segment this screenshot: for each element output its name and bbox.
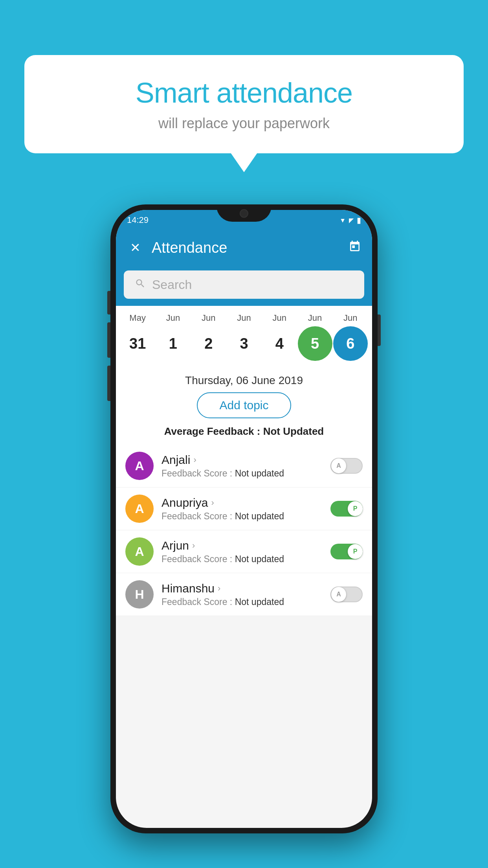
student-feedback-anjali: Feedback Score : Not updated (161, 468, 323, 479)
month-3: Jun (227, 313, 261, 323)
student-feedback-arjun: Feedback Score : Not updated (161, 554, 323, 565)
battery-icon: ▮ (357, 215, 361, 225)
toggle-switch-anjali[interactable]: A (330, 458, 363, 474)
close-button[interactable]: ✕ (127, 237, 144, 258)
avg-feedback-value: Not Updated (263, 425, 324, 437)
toggle-switch-arjun[interactable]: P (330, 544, 363, 559)
student-item-anupriya[interactable]: A Anupriya › Feedback Score : Not update… (116, 487, 372, 530)
avatar-anupriya: A (125, 495, 154, 523)
student-info-anupriya: Anupriya › Feedback Score : Not updated (161, 496, 323, 522)
cal-day-1[interactable]: 1 (156, 326, 190, 361)
student-info-anjali: Anjali › Feedback Score : Not updated (161, 453, 323, 479)
avatar-anjali: A (125, 452, 154, 480)
chevron-icon-anjali: › (193, 455, 196, 465)
status-icons: ▮ (339, 215, 361, 225)
avg-feedback-label: Average Feedback : (164, 425, 263, 437)
silent-button (107, 291, 110, 314)
phone-container: 14:29 ▮ ✕ Attendance (110, 204, 378, 833)
student-name-anupriya: Anupriya › (161, 496, 323, 509)
calendar-dates: 31 1 2 3 4 5 6 (120, 326, 368, 361)
toggle-switch-himanshu[interactable]: A (330, 587, 363, 602)
search-icon (135, 278, 146, 292)
student-info-arjun: Arjun › Feedback Score : Not updated (161, 539, 323, 565)
student-name-anjali: Anjali › (161, 453, 323, 467)
student-name-himanshu: Himanshu › (161, 582, 323, 595)
cal-day-3[interactable]: 3 (227, 326, 261, 361)
month-2: Jun (191, 313, 226, 323)
toggle-knob-arjun: P (348, 544, 363, 559)
add-topic-button[interactable]: Add topic (197, 392, 291, 418)
app-bar-title: Attendance (152, 239, 341, 256)
cal-day-6-selected[interactable]: 6 (333, 326, 368, 361)
calendar-icon[interactable] (349, 240, 361, 256)
month-1: Jun (156, 313, 190, 323)
calendar-strip: May Jun Jun Jun Jun Jun Jun 31 1 2 3 4 5… (116, 306, 372, 366)
student-item-himanshu[interactable]: H Himanshu › Feedback Score : Not update… (116, 573, 372, 616)
month-4: Jun (262, 313, 297, 323)
toggle-himanshu[interactable]: A (330, 587, 363, 602)
search-container: Search (116, 265, 372, 306)
power-button (378, 314, 381, 346)
app-bar: ✕ Attendance (116, 230, 372, 265)
cal-day-2[interactable]: 2 (191, 326, 226, 361)
cal-day-4[interactable]: 4 (262, 326, 297, 361)
toggle-knob-anupriya: P (348, 501, 363, 516)
wifi-icon (339, 216, 346, 224)
chevron-icon-himanshu: › (218, 583, 220, 594)
toggle-anupriya[interactable]: P (330, 501, 363, 517)
avatar-arjun: A (125, 537, 154, 566)
toggle-knob-anjali: A (331, 458, 346, 473)
toggle-anjali[interactable]: A (330, 458, 363, 474)
chevron-icon-anupriya: › (211, 498, 214, 508)
signal-icon (349, 216, 354, 224)
month-0: May (120, 313, 155, 323)
phone-screen: 14:29 ▮ ✕ Attendance (116, 210, 372, 828)
search-bar[interactable]: Search (124, 270, 364, 299)
chevron-icon-arjun: › (192, 541, 195, 551)
calendar-months: May Jun Jun Jun Jun Jun Jun (120, 313, 368, 323)
student-name-arjun: Arjun › (161, 539, 323, 552)
status-time: 14:29 (127, 215, 149, 225)
volume-down-button (107, 366, 110, 401)
toggle-switch-anupriya[interactable]: P (330, 501, 363, 517)
student-feedback-himanshu: Feedback Score : Not updated (161, 597, 323, 607)
month-5: Jun (298, 313, 332, 323)
student-item-arjun[interactable]: A Arjun › Feedback Score : Not updated (116, 530, 372, 573)
volume-up-button (107, 322, 110, 358)
speech-bubble-subtitle: will replace your paperwork (48, 115, 440, 132)
search-placeholder: Search (152, 278, 192, 292)
student-list: A Anjali › Feedback Score : Not updated (116, 445, 372, 616)
toggle-arjun[interactable]: P (330, 544, 363, 559)
speech-bubble: Smart attendance will replace your paper… (24, 55, 464, 153)
front-camera (240, 209, 248, 218)
phone-outer: 14:29 ▮ ✕ Attendance (110, 204, 378, 833)
avatar-himanshu: H (125, 580, 154, 609)
selected-date-label: Thursday, 06 June 2019 (116, 366, 372, 392)
speech-bubble-container: Smart attendance will replace your paper… (24, 55, 464, 153)
phone-notch (216, 204, 272, 222)
toggle-knob-himanshu: A (331, 587, 346, 602)
speech-bubble-title: Smart attendance (48, 77, 440, 109)
cal-day-31[interactable]: 31 (120, 326, 155, 361)
avg-feedback: Average Feedback : Not Updated (116, 425, 372, 445)
month-6: Jun (333, 313, 368, 323)
content-area: Thursday, 06 June 2019 Add topic Average… (116, 366, 372, 616)
student-info-himanshu: Himanshu › Feedback Score : Not updated (161, 582, 323, 607)
student-feedback-anupriya: Feedback Score : Not updated (161, 511, 323, 522)
student-item-anjali[interactable]: A Anjali › Feedback Score : Not updated (116, 445, 372, 487)
cal-day-5-today[interactable]: 5 (298, 326, 332, 361)
